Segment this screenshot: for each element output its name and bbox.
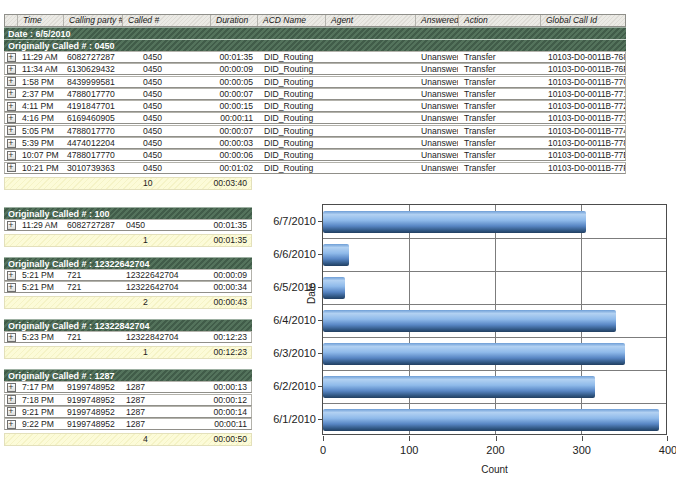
summary-spacer [5,235,17,246]
table-row: +2:37 PM4788017770045000:00:07DID_Routin… [4,88,626,100]
expand-plus-icon[interactable]: + [7,114,16,123]
summary-spacer [5,434,17,445]
summary-total-duration: 00:12:23 [210,347,251,358]
group-summary-row: 400:00:50 [4,433,252,446]
cell-answered: Unanswered [415,113,458,123]
cell-time: 10:07 PM [17,150,63,160]
chart-y-axis-label: Date [306,283,317,304]
expand-plus-icon[interactable]: + [7,333,16,342]
expand-plus-icon[interactable]: + [7,383,16,392]
y-axis-tick [318,221,323,222]
y-tick-label: 6/7/2010 [250,215,316,227]
table-row: +4:16 PM6169460905045000:00:11DID_Routin… [4,112,626,124]
cell-global-call-id: 10103-D0-0011B-76F [540,64,625,74]
cell-agent [325,64,415,74]
cell-acd-name: DID_Routing [257,89,325,99]
horizontal-gridline [323,238,666,239]
cell-time: 5:21 PM [17,282,63,292]
originally-called-band: Originally Called # : 0450 [4,39,626,51]
y-axis-tick [318,320,323,321]
summary-call-count: 10 [122,178,210,189]
cell-calling-party: 721 [63,282,122,292]
expand-plus-icon[interactable]: + [7,221,16,230]
expand-plus-icon[interactable]: + [7,395,16,404]
expand-plus-icon[interactable]: + [7,420,16,429]
y-tick-label: 6/1/2010 [250,413,316,425]
expand-plus-icon[interactable]: + [7,102,16,111]
cell-calling-party: 4788017770 [63,126,122,136]
table-row: +7:17 PM9199748952128700:00:13 [4,381,252,393]
x-axis-tick [667,436,668,441]
summary-total-duration: 00:01:35 [210,235,251,246]
cell-time: 7:18 PM [17,395,63,405]
cell-agent [325,113,415,123]
summary-spacer [17,297,63,308]
y-axis-tick [318,353,323,354]
cell-calling-party: 6082727287 [63,220,122,230]
cell-answered: Unanswered [415,163,458,173]
cell-called: 0450 [122,101,210,111]
expand-cell: + [5,270,17,280]
call-group-section: Originally Called # : 1287+7:17 PM919974… [4,369,252,446]
expand-plus-icon[interactable]: + [7,283,16,292]
cell-called: 0450 [122,52,210,62]
y-tick-label: 6/6/2010 [250,248,316,260]
cell-called: 1287 [122,395,210,405]
expand-plus-icon[interactable]: + [7,151,16,160]
cell-acd-name: DID_Routing [257,52,325,62]
expand-plus-icon[interactable]: + [7,139,16,148]
cell-acd-name: DID_Routing [257,101,325,111]
expand-plus-icon[interactable]: + [7,89,16,98]
table-row: +1:58 PM8439999581045000:00:05DID_Routin… [4,76,626,88]
cell-called: 0450 [122,89,210,99]
horizontal-gridline [323,304,666,305]
cell-duration: 00:00:07 [210,126,257,136]
call-group-section: Originally Called # : 12322642704+5:21 P… [4,257,252,309]
table-header-row: TimeCalling party #Called #DurationACD N… [4,14,626,27]
expand-cell: + [5,52,17,62]
y-axis-tick [318,386,323,387]
expand-plus-icon[interactable]: + [7,407,16,416]
column-header-acd-name: ACD Name [258,15,326,26]
summary-spacer [5,178,17,189]
cell-time: 11:29 AM [17,220,63,230]
call-group-section: Originally Called # : 12322842704+5:23 P… [4,319,252,359]
expand-plus-icon[interactable]: + [7,65,16,74]
expand-cell: + [5,163,17,173]
summary-spacer [17,178,63,189]
summary-spacer [63,235,122,246]
cell-duration: 00:00:07 [210,89,257,99]
expand-plus-icon[interactable]: + [7,126,16,135]
cell-acd-name: DID_Routing [257,77,325,87]
x-tick-label: 400 [646,444,676,456]
cell-global-call-id: 10103-D0-0011B-773 [540,113,625,123]
cell-calling-party: 9199748952 [63,407,122,417]
summary-call-count: 1 [122,235,210,246]
cell-duration: 00:00:34 [210,282,251,292]
bar-6-3-2010 [323,343,625,365]
expand-plus-icon[interactable]: + [7,163,16,172]
summary-spacer [17,434,63,445]
summary-spacer [17,347,63,358]
column-header-time: Time [18,15,64,26]
expand-cell: + [5,89,17,99]
expand-plus-icon[interactable]: + [7,77,16,86]
expand-cell: + [5,101,17,111]
expand-plus-icon[interactable]: + [7,271,16,280]
expand-plus-icon[interactable]: + [7,53,16,62]
cell-time: 1:58 PM [17,77,63,87]
x-axis-tick [582,436,583,441]
summary-call-count: 1 [122,347,210,358]
cell-acd-name: DID_Routing [257,163,325,173]
cell-action: Transfer [458,101,540,111]
cell-called: 0450 [122,77,210,87]
y-tick-label: 6/4/2010 [250,314,316,326]
cell-global-call-id: 10103-D0-0011B-771 [540,89,625,99]
cell-called: 1287 [122,407,210,417]
table-row: +10:07 PM4788017770045000:00:06DID_Routi… [4,149,626,161]
table-row: +11:29 AM6082727287045000:01:35 [4,219,252,231]
cell-global-call-id: 10103-D0-0011B-77E [540,150,625,160]
table-row: +5:21 PM7211232264270400:00:34 [4,281,252,293]
cell-calling-party: 8439999581 [63,77,122,87]
horizontal-gridline [323,370,666,371]
